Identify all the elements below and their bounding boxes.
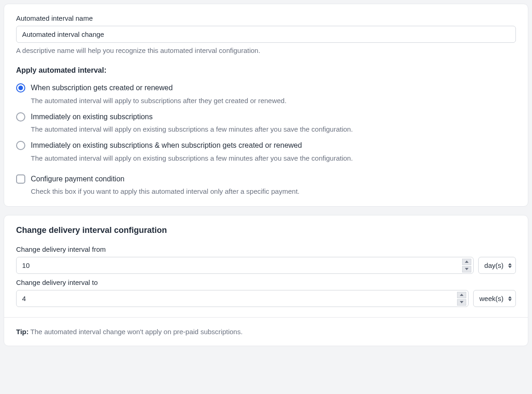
apply-option-created-renewed[interactable]: When subscription gets created or renewe… bbox=[16, 83, 516, 105]
apply-option-desc: The automated interval will apply on exi… bbox=[31, 153, 516, 163]
apply-option-label: When subscription gets created or renewe… bbox=[31, 83, 516, 93]
tip-text: The automated interval change won't appl… bbox=[29, 328, 242, 336]
spinner-up-icon[interactable] bbox=[462, 259, 471, 265]
change-from-input[interactable] bbox=[17, 257, 462, 273]
radio-created-renewed[interactable] bbox=[16, 83, 25, 93]
apply-option-desc: The automated interval will apply on exi… bbox=[31, 124, 516, 134]
spinner-up-icon[interactable] bbox=[457, 292, 466, 298]
change-to-unit-label: week(s) bbox=[479, 295, 503, 302]
interval-name-input[interactable] bbox=[16, 26, 516, 43]
interval-name-label: Automated interval name bbox=[16, 14, 516, 22]
change-from-spinners bbox=[462, 259, 471, 272]
select-caret-icon bbox=[508, 296, 512, 301]
apply-option-desc: The automated interval will apply to sub… bbox=[31, 96, 516, 105]
change-to-unit-select[interactable]: week(s) bbox=[473, 290, 516, 307]
apply-option-existing[interactable]: Immediately on existing subscriptions Th… bbox=[16, 112, 516, 134]
apply-option-both[interactable]: Immediately on existing subscriptions & … bbox=[16, 140, 516, 163]
change-to-spinners bbox=[457, 292, 466, 306]
interval-name-card: Automated interval name A descriptive na… bbox=[4, 4, 528, 207]
tip-label: Tip: bbox=[16, 328, 29, 336]
apply-option-label: Immediately on existing subscriptions bbox=[31, 112, 516, 122]
apply-interval-label: Apply automated interval: bbox=[16, 66, 516, 75]
change-from-input-wrap bbox=[16, 257, 474, 274]
change-from-unit-select[interactable]: day(s) bbox=[478, 257, 516, 274]
apply-options: When subscription gets created or renewe… bbox=[16, 83, 516, 163]
change-interval-card: Change delivery interval configuration C… bbox=[4, 215, 528, 346]
change-from-label: Change delivery interval from bbox=[16, 245, 516, 253]
change-to-label: Change delivery interval to bbox=[16, 278, 516, 286]
payment-condition-row[interactable]: Configure payment condition Check this b… bbox=[16, 174, 516, 197]
spinner-down-icon[interactable] bbox=[462, 266, 471, 272]
radio-both[interactable] bbox=[16, 141, 25, 150]
change-interval-title: Change delivery interval configuration bbox=[16, 226, 516, 235]
select-caret-icon bbox=[508, 263, 512, 268]
change-from-unit-label: day(s) bbox=[484, 261, 503, 269]
change-to-input-wrap bbox=[16, 290, 469, 307]
payment-condition-checkbox[interactable] bbox=[16, 174, 25, 184]
payment-condition-label: Configure payment condition bbox=[31, 174, 516, 184]
radio-existing[interactable] bbox=[16, 112, 25, 122]
apply-option-label: Immediately on existing subscriptions & … bbox=[31, 140, 516, 151]
spinner-down-icon[interactable] bbox=[457, 299, 466, 306]
payment-condition-desc: Check this box if you want to apply this… bbox=[31, 186, 516, 196]
interval-name-hint: A descriptive name will help you recogni… bbox=[16, 46, 516, 54]
change-to-input[interactable] bbox=[17, 290, 457, 307]
tip-section: Tip: The automated interval change won't… bbox=[4, 317, 528, 346]
